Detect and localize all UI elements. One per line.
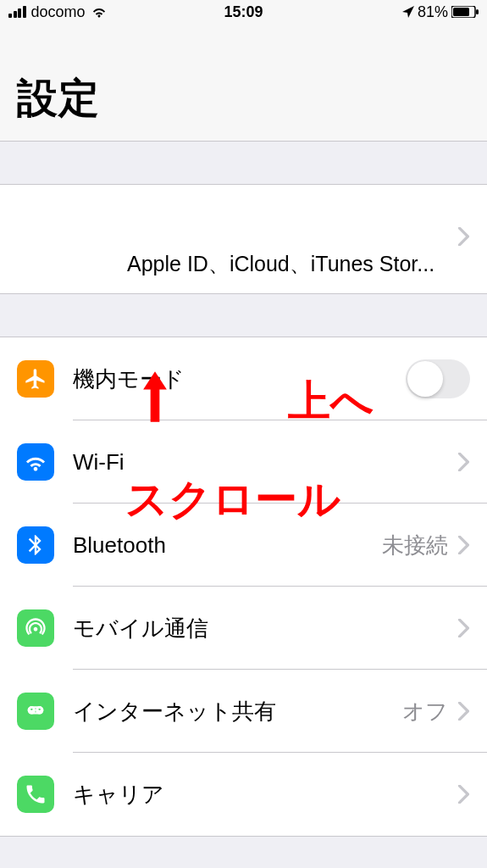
airplane-icon	[17, 360, 54, 398]
status-time: 15:09	[224, 3, 263, 21]
carrier-label: docomo	[31, 3, 86, 21]
page-title: 設定	[17, 71, 470, 125]
signal-icon	[8, 6, 26, 18]
cellular-icon	[17, 609, 54, 647]
row-carrier[interactable]: キャリア	[0, 753, 487, 836]
chevron-right-icon	[458, 453, 470, 471]
svg-point-4	[29, 707, 35, 713]
bluetooth-label: Bluetooth	[73, 532, 382, 559]
cellular-label: モバイル通信	[73, 614, 458, 643]
status-bar: docomo 15:09 81%	[0, 0, 487, 24]
apple-id-row[interactable]: Apple ID、iCloud、iTunes Stor...	[0, 185, 487, 293]
hotspot-icon	[17, 693, 54, 730]
chevron-right-icon	[458, 536, 470, 554]
page-header: 設定	[0, 24, 487, 142]
wifi-icon	[91, 6, 108, 18]
row-wifi[interactable]: Wi-Fi	[0, 420, 487, 504]
carrier-label: キャリア	[73, 780, 458, 810]
bluetooth-detail: 未接続	[382, 531, 448, 560]
group-spacer	[0, 142, 487, 184]
location-icon	[402, 6, 414, 18]
battery-icon	[451, 6, 479, 18]
status-right: 81%	[402, 3, 479, 21]
svg-rect-2	[476, 9, 479, 14]
carrier-icon	[17, 776, 54, 813]
chevron-right-icon	[458, 227, 470, 246]
wifi-label: Wi-Fi	[73, 449, 458, 476]
row-hotspot[interactable]: インターネット共有 オフ	[0, 670, 487, 753]
svg-point-5	[36, 707, 42, 713]
apple-id-label: Apple ID、iCloud、iTunes Stor...	[127, 250, 470, 278]
wifi-app-icon	[17, 443, 54, 481]
chevron-right-icon	[458, 702, 470, 721]
chevron-right-icon	[458, 619, 470, 637]
apple-id-group: Apple ID、iCloud、iTunes Stor...	[0, 184, 487, 294]
svg-rect-1	[453, 8, 469, 16]
settings-group: 機内モード Wi-Fi Bluetooth 未接続 モバイル通信	[0, 337, 487, 837]
group-spacer	[0, 294, 487, 337]
status-left: docomo	[8, 3, 108, 21]
chevron-right-icon	[458, 785, 470, 804]
row-bluetooth[interactable]: Bluetooth 未接続	[0, 504, 487, 587]
airplane-label: 機内モード	[73, 364, 406, 394]
airplane-toggle[interactable]	[406, 359, 470, 398]
bluetooth-icon	[17, 526, 54, 564]
battery-percent: 81%	[418, 3, 448, 21]
hotspot-label: インターネット共有	[73, 697, 402, 726]
row-cellular[interactable]: モバイル通信	[0, 587, 487, 670]
row-airplane-mode[interactable]: 機内モード	[0, 337, 487, 420]
hotspot-detail: オフ	[402, 697, 448, 726]
